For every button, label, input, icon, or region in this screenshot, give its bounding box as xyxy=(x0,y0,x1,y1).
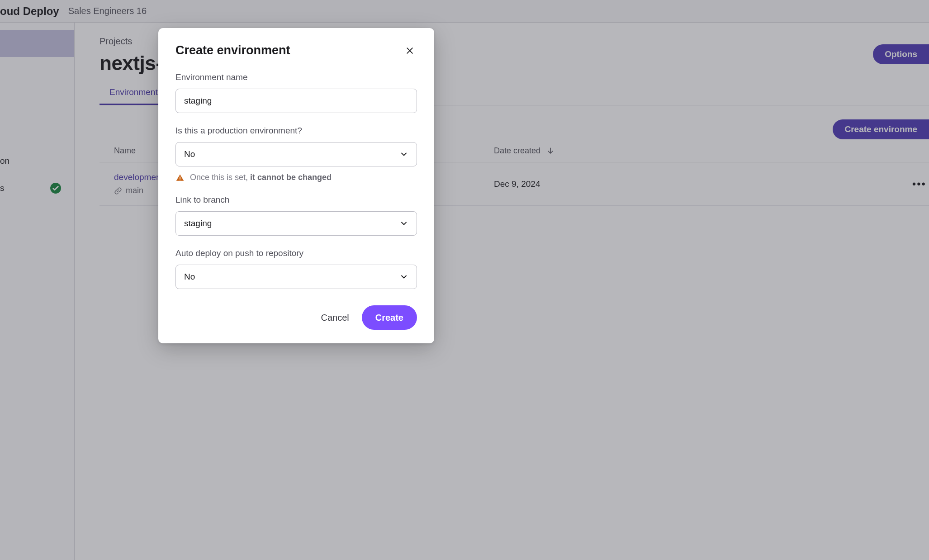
cancel-button[interactable]: Cancel xyxy=(321,313,349,323)
modal-title: Create environment xyxy=(175,43,290,57)
field-label: Environment name xyxy=(175,72,417,82)
field-environment-name: Environment name xyxy=(175,72,417,113)
modal-footer: Cancel Create xyxy=(175,305,417,330)
close-button[interactable] xyxy=(403,43,417,58)
create-environment-modal: Create environment Environment name Is t… xyxy=(158,28,434,343)
environment-name-input[interactable] xyxy=(175,89,417,113)
create-button[interactable]: Create xyxy=(362,305,417,330)
chevron-down-icon xyxy=(399,150,408,159)
field-label: Auto deploy on push to repository xyxy=(175,248,417,258)
link-branch-select[interactable]: staging xyxy=(175,211,417,236)
environment-name-input-el[interactable] xyxy=(184,96,408,106)
chevron-down-icon xyxy=(399,219,408,228)
field-label: Is this a production environment? xyxy=(175,126,417,136)
warning-text: Once this is set, it cannot be changed xyxy=(190,173,332,182)
field-link-branch: Link to branch staging xyxy=(175,195,417,236)
select-value: No xyxy=(184,272,195,282)
is-production-select[interactable]: No xyxy=(175,142,417,166)
field-is-production: Is this a production environment? No Onc… xyxy=(175,126,417,182)
select-value: No xyxy=(184,149,195,159)
modal-backdrop[interactable] xyxy=(0,0,929,560)
field-label: Link to branch xyxy=(175,195,417,205)
svg-rect-2 xyxy=(180,179,180,180)
chevron-down-icon xyxy=(399,272,408,281)
production-warning: Once this is set, it cannot be changed xyxy=(175,173,417,182)
auto-deploy-select[interactable]: No xyxy=(175,265,417,289)
svg-rect-1 xyxy=(180,176,180,179)
warning-icon xyxy=(175,173,185,182)
select-value: staging xyxy=(184,218,212,228)
close-icon xyxy=(405,46,414,55)
field-auto-deploy: Auto deploy on push to repository No xyxy=(175,248,417,289)
